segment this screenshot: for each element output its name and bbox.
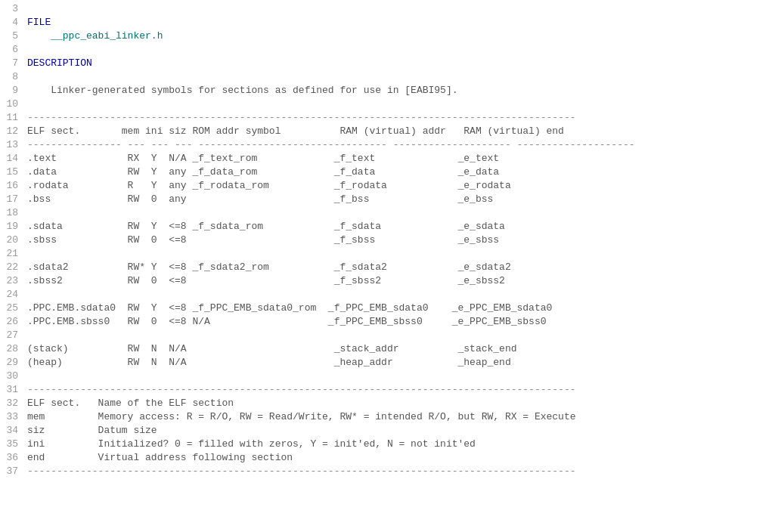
line-row: 36end Virtual address following section — [0, 452, 772, 466]
keyword: FILE — [27, 17, 51, 28]
line-content: ini Initialized? 0 = filled with zeros, … — [27, 438, 476, 450]
line-content: (heap) RW N N/A _heap_addr _heap_end — [27, 357, 511, 368]
line-number: 25 — [6, 302, 27, 314]
line-number: 35 — [6, 438, 27, 450]
line-row: 37--------------------------------------… — [0, 466, 772, 479]
line-row: 26.PPC.EMB.sbss0 RW 0 <=8 N/A _f_PPC_EMB… — [0, 316, 772, 329]
line-row: 30 — [0, 370, 772, 384]
line-number: 23 — [6, 275, 27, 286]
line-row: 11--------------------------------------… — [0, 112, 772, 125]
line-row: 25.PPC.EMB.sdata0 RW Y <=8 _f_PPC_EMB_sd… — [0, 302, 772, 316]
line-number: 33 — [6, 411, 27, 422]
line-content: ----------------------------------------… — [27, 112, 576, 123]
line-number: 8 — [6, 71, 27, 82]
line-row: 4FILE — [0, 17, 772, 30]
line-number: 7 — [6, 57, 27, 69]
line-content: .PPC.EMB.sdata0 RW Y <=8 _f_PPC_EMB_sdat… — [27, 302, 552, 314]
line-row: 22.sdata2 RW* Y <=8 _f_sdata2_rom _f_sda… — [0, 261, 772, 275]
code-view: 34FILE5 __ppc_eabi_linker.h67DESCRIPTION… — [0, 0, 772, 532]
line-number: 9 — [6, 85, 27, 96]
line-content: .sbss2 RW 0 <=8 _f_sbss2 _e_sbss2 — [27, 275, 505, 286]
line-number: 26 — [6, 316, 27, 327]
line-row: 10 — [0, 98, 772, 112]
separator: ----------------------------------------… — [27, 112, 576, 123]
line-number: 21 — [6, 248, 27, 259]
line-content: siz Datum size — [27, 425, 157, 436]
line-row: 34siz Datum size — [0, 425, 772, 438]
line-number: 5 — [6, 30, 27, 42]
line-number: 27 — [6, 329, 27, 341]
line-row: 18 — [0, 207, 772, 221]
line-row: 27 — [0, 329, 772, 343]
line-number: 22 — [6, 261, 27, 273]
line-row: 13---------------- --- --- --- ---------… — [0, 139, 772, 153]
line-number: 20 — [6, 234, 27, 246]
line-content: .text RX Y N/A _f_text_rom _f_text _e_te… — [27, 153, 499, 164]
line-number: 24 — [6, 289, 27, 300]
line-content: .sdata2 RW* Y <=8 _f_sdata2_rom _f_sdata… — [27, 261, 511, 273]
line-content: Linker-generated symbols for sections as… — [27, 85, 458, 96]
line-number: 4 — [6, 17, 27, 28]
line-row: 12ELF sect. mem ini siz ROM addr symbol … — [0, 125, 772, 139]
line-content: ----------------------------------------… — [27, 384, 576, 395]
line-content: .sdata RW Y <=8 _f_sdata_rom _f_sdata _e… — [27, 221, 505, 232]
table-header: ELF sect. mem ini siz ROM addr symbol RA… — [27, 125, 564, 137]
line-number: 29 — [6, 357, 27, 368]
line-content: .bss RW 0 any _f_bss _e_bss — [27, 193, 493, 205]
line-row: 5 __ppc_eabi_linker.h — [0, 30, 772, 44]
line-row: 24 — [0, 289, 772, 302]
line-content: .data RW Y any _f_data_rom _f_data _e_da… — [27, 166, 499, 178]
line-row: 33mem Memory access: R = R/O, RW = Read/… — [0, 411, 772, 425]
line-number: 32 — [6, 397, 27, 409]
line-number: 28 — [6, 343, 27, 354]
line-number: 36 — [6, 452, 27, 463]
line-number: 34 — [6, 425, 27, 436]
line-number: 11 — [6, 112, 27, 123]
line-row: 32ELF sect. Name of the ELF section — [0, 397, 772, 411]
line-row: 20.sbss RW 0 <=8 _f_sbss _e_sbss — [0, 234, 772, 248]
line-content: ---------------- --- --- --- -----------… — [27, 139, 635, 150]
line-number: 14 — [6, 153, 27, 164]
line-content: ELF sect. mem ini siz ROM addr symbol RA… — [27, 125, 564, 137]
line-content: .rodata R Y any _f_rodata_rom _f_rodata … — [27, 180, 511, 191]
line-number: 37 — [6, 466, 27, 477]
line-row: 29(heap) RW N N/A _heap_addr _heap_end — [0, 357, 772, 370]
line-row: 31--------------------------------------… — [0, 384, 772, 397]
line-number: 17 — [6, 193, 27, 205]
line-content: FILE — [27, 17, 51, 28]
keyword: DESCRIPTION — [27, 57, 92, 69]
line-row: 35ini Initialized? 0 = filled with zeros… — [0, 438, 772, 452]
line-content: DESCRIPTION — [27, 57, 92, 69]
line-row: 21 — [0, 248, 772, 261]
line-number: 16 — [6, 180, 27, 191]
line-number: 3 — [6, 3, 27, 14]
line-row: 17.bss RW 0 any _f_bss _e_bss — [0, 193, 772, 207]
line-number: 6 — [6, 44, 27, 55]
line-row: 28(stack) RW N N/A _stack_addr _stack_en… — [0, 343, 772, 357]
line-row: 7DESCRIPTION — [0, 57, 772, 71]
line-content: mem Memory access: R = R/O, RW = Read/Wr… — [27, 411, 576, 422]
line-row: 15.data RW Y any _f_data_rom _f_data _e_… — [0, 166, 772, 180]
line-content: .PPC.EMB.sbss0 RW 0 <=8 N/A _f_PPC_EMB_s… — [27, 316, 547, 327]
line-number: 18 — [6, 207, 27, 218]
separator: ---------------- --- --- --- -----------… — [27, 139, 635, 150]
line-number: 19 — [6, 221, 27, 232]
line-content: (stack) RW N N/A _stack_addr _stack_end — [27, 343, 517, 354]
line-content: ELF sect. Name of the ELF section — [27, 397, 234, 409]
line-content: ----------------------------------------… — [27, 466, 576, 477]
line-number: 10 — [6, 98, 27, 110]
line-row: 8 — [0, 71, 772, 85]
line-row: 23.sbss2 RW 0 <=8 _f_sbss2 _e_sbss2 — [0, 275, 772, 289]
line-row: 9 Linker-generated symbols for sections … — [0, 85, 772, 98]
separator: ----------------------------------------… — [27, 384, 576, 395]
line-row: 16.rodata R Y any _f_rodata_rom _f_rodat… — [0, 180, 772, 193]
line-row: 14.text RX Y N/A _f_text_rom _f_text _e_… — [0, 153, 772, 166]
line-number: 30 — [6, 370, 27, 382]
line-number: 15 — [6, 166, 27, 178]
line-number: 31 — [6, 384, 27, 395]
line-row: 19.sdata RW Y <=8 _f_sdata_rom _f_sdata … — [0, 221, 772, 234]
line-row: 6 — [0, 44, 772, 57]
line-content: end Virtual address following section — [27, 452, 293, 463]
line-number: 12 — [6, 125, 27, 137]
line-content: .sbss RW 0 <=8 _f_sbss _e_sbss — [27, 234, 499, 246]
